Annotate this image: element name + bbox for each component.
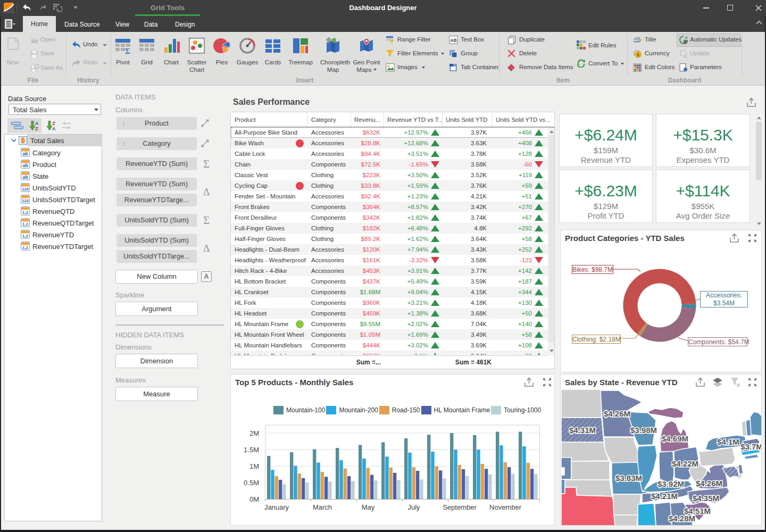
svg-text:$4.22M: $4.22M: [672, 459, 698, 468]
svg-text:$4.69M: $4.69M: [662, 434, 688, 443]
svg-text:$3.7M: $3.7M: [740, 442, 762, 451]
svg-text:ab: ab: [22, 163, 28, 168]
svg-text:$3.83M: $3.83M: [615, 473, 642, 483]
svg-text:November: November: [489, 503, 522, 511]
svg-text:Z: Z: [52, 121, 55, 126]
svg-text:$4.26M: $4.26M: [604, 409, 630, 418]
svg-text:A: A: [35, 121, 39, 126]
svg-text:1,2: 1,2: [22, 234, 29, 238]
svg-text:A: A: [52, 126, 56, 131]
svg-text:1,2: 1,2: [22, 222, 29, 227]
svg-text:1,2: 1,2: [22, 210, 29, 215]
svg-text:$3.98M: $3.98M: [630, 426, 657, 435]
svg-text:1,2: 1,2: [22, 245, 29, 250]
svg-text:1.5M: 1.5M: [244, 446, 259, 454]
svg-text:$4.28M: $4.28M: [669, 514, 695, 523]
svg-text:2M: 2M: [249, 429, 259, 437]
svg-text:0.5M: 0.5M: [244, 479, 259, 487]
svg-text:Σ: Σ: [125, 47, 130, 54]
svg-text:$3.92M: $3.92M: [657, 479, 684, 488]
svg-text:1M: 1M: [249, 462, 259, 470]
svg-text:$4.1M: $4.1M: [717, 437, 739, 446]
svg-text:ab: ab: [22, 151, 28, 156]
svg-text:AB: AB: [634, 36, 640, 41]
svg-text:September: September: [443, 503, 477, 511]
svg-text:$: $: [637, 52, 639, 57]
svg-text:$4.35M: $4.35M: [693, 494, 719, 503]
svg-text:March: March: [313, 503, 332, 511]
svg-text:0M: 0M: [249, 495, 259, 503]
svg-text:January: January: [264, 503, 289, 511]
svg-text:123: 123: [22, 198, 29, 203]
svg-text:May: May: [362, 503, 375, 511]
svg-text:$4.21M: $4.21M: [651, 492, 678, 501]
svg-text:Z: Z: [35, 126, 38, 131]
svg-text:$4.26M: $4.26M: [696, 479, 722, 488]
svg-text:123: 123: [22, 187, 29, 192]
svg-text:$4.31M: $4.31M: [569, 426, 596, 435]
svg-text:AB: AB: [450, 38, 456, 43]
svg-text:ab: ab: [22, 174, 28, 180]
svg-text:July: July: [407, 503, 420, 511]
